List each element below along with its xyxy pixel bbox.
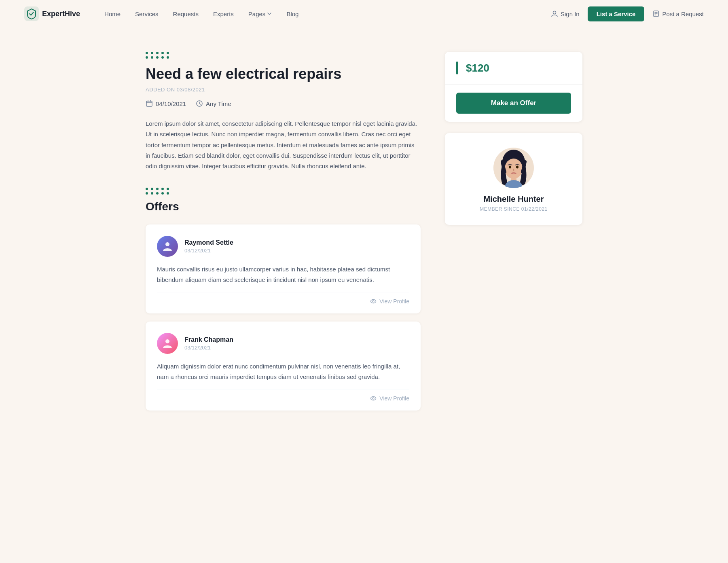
date-value: 04/10/2021	[156, 100, 186, 107]
offer-text-raymond: Mauris convallis risus eu justo ullamcor…	[157, 264, 409, 285]
nav-home[interactable]: Home	[104, 11, 121, 17]
svg-point-8	[165, 339, 169, 343]
document-icon	[652, 10, 660, 17]
offer-header-frank: Frank Chapman 03/12/2021	[157, 333, 409, 354]
svg-point-7	[372, 301, 374, 302]
poster-name: Michelle Hunter	[456, 195, 571, 204]
svg-point-10	[372, 398, 374, 399]
offer-name-raymond: Raymond Settle	[184, 239, 233, 246]
member-since: MEMBER SINCE 01/22/2021	[456, 206, 571, 212]
nav-experts[interactable]: Experts	[213, 11, 234, 17]
nav-actions: Sign In List a Service Post a Request	[551, 6, 704, 21]
page-title: Need a few electrical repairs	[146, 65, 421, 83]
svg-point-15	[509, 166, 511, 169]
poster-card: Michelle Hunter MEMBER SINCE 01/22/2021	[445, 133, 582, 225]
make-offer-button[interactable]: Make an Offer	[456, 93, 571, 114]
price-accent-bar	[456, 61, 458, 74]
svg-point-1	[553, 11, 556, 14]
offer-card-raymond: Raymond Settle 03/12/2021 Mauris convall…	[146, 224, 421, 313]
nav-requests[interactable]: Requests	[173, 11, 199, 17]
clock-icon	[196, 100, 203, 107]
nav-services[interactable]: Services	[135, 11, 159, 17]
decorative-dots-title	[146, 52, 421, 59]
offers-section: Offers Raymond Settle 03/12/2021	[146, 188, 421, 411]
logo[interactable]: ExpertHive	[24, 6, 80, 21]
view-profile-frank[interactable]: View Profile	[370, 395, 409, 402]
time-meta: Any Time	[196, 100, 231, 107]
price-header: $120	[445, 52, 582, 85]
offer-text-frank: Aliquam dignissim dolor erat nunc condim…	[157, 361, 409, 382]
time-value: Any Time	[206, 100, 231, 107]
offer-date-frank: 03/12/2021	[184, 345, 233, 351]
svg-point-9	[371, 397, 376, 400]
poster-avatar-image	[493, 148, 534, 188]
offers-title: Offers	[146, 200, 421, 213]
brand-name: ExpertHive	[42, 10, 80, 18]
user-icon	[551, 10, 558, 17]
nav-links: Home Services Requests Experts Pages Blo…	[104, 11, 551, 17]
offer-header-raymond: Raymond Settle 03/12/2021	[157, 236, 409, 257]
avatar-frank	[157, 333, 178, 354]
avatar-raymond	[157, 236, 178, 257]
view-profile-raymond[interactable]: View Profile	[370, 298, 409, 305]
offer-card-frank: Frank Chapman 03/12/2021 Aliquam digniss…	[146, 322, 421, 411]
sign-in-button[interactable]: Sign In	[551, 10, 580, 17]
poster-avatar	[493, 148, 534, 188]
price-value: $120	[466, 62, 489, 74]
left-column: Need a few electrical repairs ADDED ON 0…	[146, 52, 421, 419]
svg-point-16	[516, 166, 518, 169]
eye-icon-frank	[370, 395, 377, 402]
nav-pages[interactable]: Pages	[248, 11, 272, 17]
meta-row: 04/10/2021 Any Time	[146, 100, 421, 107]
offer-info-raymond: Raymond Settle 03/12/2021	[184, 239, 233, 254]
right-column: $120 Make an Offer	[445, 52, 582, 419]
svg-point-6	[371, 300, 376, 303]
nav-blog[interactable]: Blog	[286, 11, 298, 17]
decorative-dots-offers	[146, 188, 421, 195]
navigation: ExpertHive Home Services Requests Expert…	[0, 0, 728, 28]
post-request-button[interactable]: Post a Request	[652, 10, 704, 17]
list-service-button[interactable]: List a Service	[588, 6, 645, 21]
description: Lorem ipsum dolor sit amet, consectetur …	[146, 119, 421, 171]
svg-point-5	[165, 242, 169, 246]
offer-footer-frank: View Profile	[157, 389, 409, 402]
offer-footer-raymond: View Profile	[157, 292, 409, 305]
main-content: Need a few electrical repairs ADDED ON 0…	[121, 28, 607, 451]
chevron-down-icon	[267, 11, 272, 16]
price-card: $120 Make an Offer	[445, 52, 582, 122]
added-on-label: ADDED ON 03/08/2021	[146, 87, 421, 93]
offer-date-raymond: 03/12/2021	[184, 248, 233, 254]
date-meta: 04/10/2021	[146, 100, 186, 107]
calendar-icon	[146, 100, 153, 107]
offer-name-frank: Frank Chapman	[184, 336, 233, 343]
svg-rect-3	[146, 101, 152, 106]
offer-info-frank: Frank Chapman 03/12/2021	[184, 336, 233, 351]
eye-icon-raymond	[370, 298, 377, 305]
